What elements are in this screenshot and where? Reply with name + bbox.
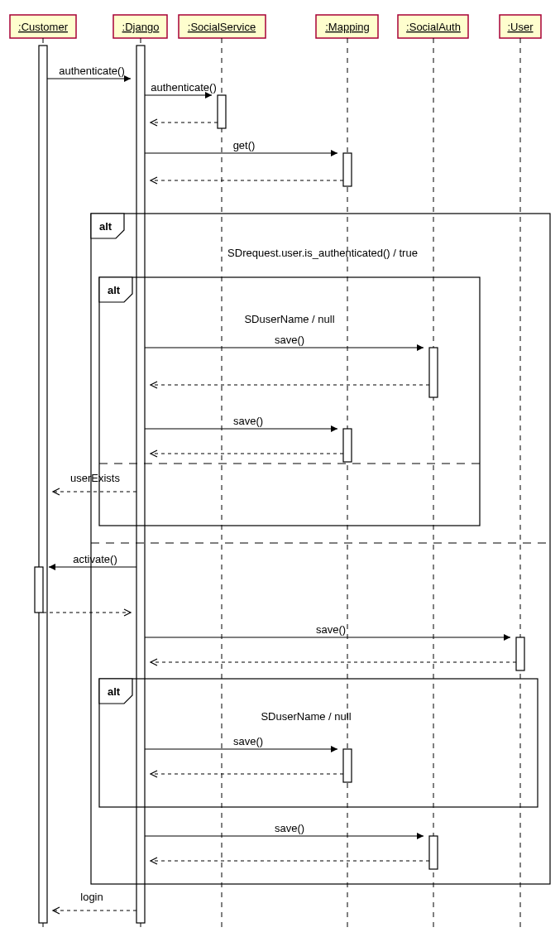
svg-text:save(): save(): [233, 415, 263, 427]
svg-text:activate(): activate(): [73, 553, 117, 565]
participant-user-label: :User: [507, 21, 534, 33]
fragment-alt-inner2-label: alt: [108, 685, 121, 698]
activation-socialservice-1: [218, 95, 226, 128]
participant-user: :User: [500, 15, 541, 38]
activation-mapping-2: [343, 429, 352, 462]
activation-django: [136, 46, 145, 923]
fragment-alt-outer-guard: SDrequest.user.is_authenticated() / true: [227, 247, 418, 259]
participant-socialservice: :SocialService: [179, 15, 266, 38]
svg-marker-41: [417, 833, 424, 839]
svg-marker-23: [331, 425, 337, 432]
participant-socialauth-label: :SocialAuth: [406, 21, 461, 33]
svg-text:userExists: userExists: [70, 472, 120, 484]
participant-socialservice-label: :SocialService: [188, 21, 256, 33]
activation-customer-2: [35, 567, 43, 613]
svg-text:save(): save(): [233, 735, 263, 747]
participant-customer-label: :Customer: [18, 21, 69, 33]
participant-django: :Django: [113, 15, 167, 38]
svg-text:save(): save(): [275, 822, 304, 834]
svg-marker-37: [331, 746, 337, 752]
participant-mapping: :Mapping: [316, 15, 378, 38]
activation-socialauth-2: [429, 836, 438, 869]
message-save-5: save(): [145, 822, 429, 864]
svg-text:save(): save(): [275, 334, 304, 346]
svg-text:login: login: [80, 891, 103, 903]
svg-marker-33: [504, 634, 510, 641]
fragment-alt-inner1-guard: SDuserName / null: [244, 313, 334, 325]
message-save-1: save(): [145, 334, 429, 388]
fragment-alt-outer-label: alt: [99, 220, 112, 233]
participant-django-label: :Django: [122, 21, 160, 33]
message-login: login: [53, 891, 136, 914]
activation-mapping-3: [343, 749, 352, 782]
svg-text:save(): save(): [316, 623, 346, 636]
participant-customer: :Customer: [10, 15, 76, 38]
message-get: get(): [145, 139, 343, 184]
fragment-alt-inner1-label: alt: [108, 284, 121, 296]
svg-text:authenticate(): authenticate(): [59, 65, 125, 77]
activation-mapping-1: [343, 153, 352, 186]
message-save-2: save(): [145, 415, 343, 457]
message-save-4: save(): [145, 735, 343, 777]
svg-marker-29: [49, 564, 55, 570]
svg-marker-15: [331, 150, 337, 156]
fragment-alt-inner2: [99, 679, 538, 807]
svg-marker-8: [124, 75, 131, 82]
svg-text:authenticate(): authenticate(): [151, 81, 217, 94]
participant-mapping-label: :Mapping: [325, 21, 369, 33]
svg-marker-19: [417, 344, 424, 351]
message-authenticate-2: authenticate(): [145, 81, 218, 126]
activation-socialauth-1: [429, 348, 438, 397]
message-activate: activate(): [43, 553, 136, 616]
participant-socialauth: :SocialAuth: [398, 15, 468, 38]
fragment-alt-inner2-guard: SDuserName / null: [261, 710, 351, 723]
message-authenticate-1: authenticate(): [47, 65, 131, 82]
activation-user-1: [516, 637, 524, 670]
message-userexists: userExists: [53, 472, 136, 495]
svg-text:get(): get(): [233, 139, 256, 151]
sequence-diagram: :Customer :Django :SocialService :Mappin…: [0, 0, 560, 937]
activation-customer: [39, 46, 47, 923]
message-save-3: save(): [145, 623, 516, 666]
